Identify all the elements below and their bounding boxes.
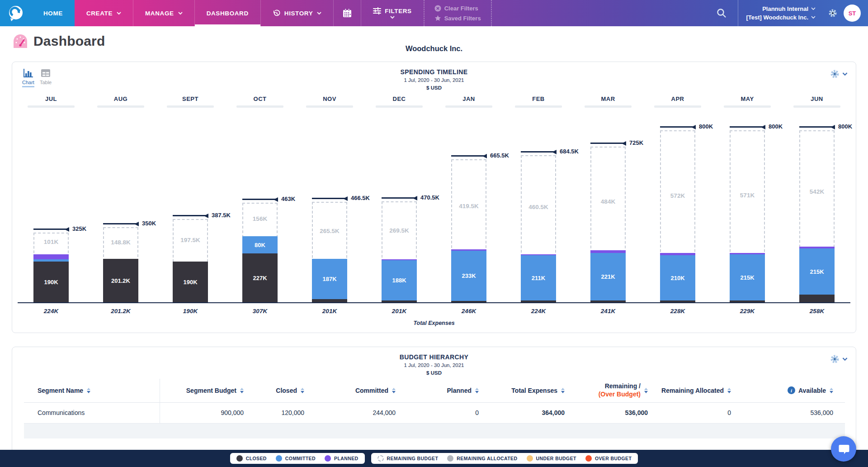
nav-manage[interactable]: MANAGE bbox=[133, 0, 195, 26]
month-label: SEPT bbox=[165, 95, 216, 102]
month-label: AUG bbox=[95, 95, 146, 102]
bar-segment-committed[interactable]: 233K bbox=[451, 251, 486, 301]
page-header: Dashboard Woodchuck Inc. bbox=[0, 26, 868, 62]
sort-icon[interactable] bbox=[830, 388, 833, 393]
sort-icon[interactable] bbox=[727, 388, 731, 393]
nav-home[interactable]: HOME bbox=[32, 0, 75, 26]
sort-icon[interactable] bbox=[87, 388, 90, 393]
column-label: Planned bbox=[447, 387, 472, 394]
info-icon[interactable]: i bbox=[788, 386, 795, 394]
column-header[interactable]: iAvailable bbox=[743, 379, 845, 402]
remaining-value-label: 269.5K bbox=[382, 227, 417, 234]
hierarchy-card-settings[interactable] bbox=[830, 354, 848, 364]
month-total-label: 246K bbox=[443, 308, 494, 315]
column-header[interactable]: Closed bbox=[255, 379, 316, 402]
table-row[interactable]: Communications900,000120,000244,0000364,… bbox=[24, 402, 845, 423]
bar-segment-planned[interactable] bbox=[33, 254, 69, 259]
nav-history-label: HISTORY bbox=[284, 10, 313, 17]
hierarchy-currency: $ USD bbox=[12, 369, 856, 377]
bar-segment-closed[interactable]: 190K bbox=[173, 262, 208, 302]
chat-launcher-button[interactable] bbox=[831, 436, 856, 462]
settings-gear-button[interactable] bbox=[824, 0, 842, 26]
org-secondary-dropdown[interactable]: [Test] Woodchuck Inc. bbox=[746, 14, 816, 21]
budget-marker-arrow bbox=[830, 125, 835, 129]
spending-card-settings[interactable] bbox=[830, 69, 848, 79]
stacked-bar[interactable]: 211K bbox=[521, 254, 556, 302]
month-underline bbox=[724, 105, 771, 108]
calendar-icon bbox=[342, 8, 353, 19]
saved-filters-button[interactable]: Saved Filters bbox=[434, 15, 481, 22]
sort-icon[interactable] bbox=[240, 388, 244, 393]
bar-segment-closed[interactable] bbox=[312, 299, 347, 302]
stacked-bar[interactable]: 201.2K bbox=[103, 259, 138, 302]
column-header[interactable]: Segment Name bbox=[24, 379, 160, 402]
bar-segment-committed[interactable]: 187K bbox=[312, 259, 347, 299]
bar-segment-committed[interactable]: 188K bbox=[382, 260, 417, 300]
remaining-value-label: 101K bbox=[33, 238, 69, 245]
bar-segment-committed[interactable]: 221K bbox=[590, 253, 626, 300]
bar-segment-committed[interactable]: 215K bbox=[730, 254, 765, 300]
clear-filters-label: Clear Filters bbox=[444, 5, 478, 12]
legend-swatch bbox=[447, 455, 453, 462]
month-underline bbox=[306, 105, 353, 108]
bar-segment-closed[interactable] bbox=[799, 295, 835, 302]
stacked-bar[interactable]: 187K bbox=[312, 259, 347, 302]
nav-calendar-button[interactable] bbox=[334, 0, 361, 26]
bar-segment-committed[interactable]: 211K bbox=[521, 255, 556, 300]
bar-segment-committed[interactable]: 210K bbox=[660, 255, 695, 300]
bar-segment-closed[interactable]: 190K bbox=[33, 262, 69, 302]
nav-dashboard[interactable]: DASHBOARD bbox=[195, 0, 261, 26]
column-header[interactable]: Total Expenses bbox=[491, 379, 576, 402]
nav-history[interactable]: HISTORY bbox=[261, 0, 334, 26]
stacked-bar[interactable]: 188K bbox=[382, 259, 417, 302]
month-label: JAN bbox=[443, 95, 494, 102]
month-label: JUN bbox=[792, 95, 842, 102]
column-header[interactable]: Segment Budget bbox=[160, 379, 255, 402]
table-cell: 120,000 bbox=[255, 402, 316, 423]
sort-icon[interactable] bbox=[475, 388, 479, 393]
legend-item: PLANNED bbox=[325, 455, 359, 462]
month-column: JAN bbox=[443, 95, 494, 108]
sort-icon[interactable] bbox=[644, 388, 648, 393]
stacked-bar[interactable]: 190K bbox=[173, 262, 208, 302]
stacked-bar[interactable]: 215K bbox=[730, 253, 765, 302]
table-header-row: Segment NameSegment BudgetClosedCommitte… bbox=[24, 379, 845, 402]
month-underline bbox=[445, 105, 492, 108]
column-header[interactable]: Remaining /(Over Budget) bbox=[576, 379, 660, 402]
table-cell: Communications bbox=[24, 402, 160, 423]
legend-label: PLANNED bbox=[334, 456, 359, 461]
stacked-bar[interactable]: 221K bbox=[590, 250, 626, 302]
sort-icon[interactable] bbox=[561, 388, 565, 393]
stacked-bar[interactable]: 210K bbox=[660, 253, 695, 302]
bar-segment-closed[interactable]: 227K bbox=[242, 253, 278, 302]
plannuh-logo-icon[interactable] bbox=[0, 0, 32, 26]
month-label: NOV bbox=[304, 95, 355, 102]
column-header[interactable]: Committed bbox=[316, 379, 407, 402]
stacked-bar[interactable]: 227K80K bbox=[242, 236, 278, 302]
budget-value-label: 350K bbox=[142, 220, 156, 227]
month-header-row: JUL AUG SEPT OCT NOV DEC JAN FEB MAR A bbox=[12, 95, 856, 108]
chevron-down-icon bbox=[811, 7, 816, 10]
nav-create[interactable]: CREATE bbox=[75, 0, 133, 26]
bar-segment-closed[interactable]: 201.2K bbox=[103, 259, 138, 302]
column-header[interactable]: Remaining Allocated bbox=[660, 379, 743, 402]
bar-segment-committed[interactable]: 215K bbox=[799, 248, 835, 295]
month-column: MAY bbox=[722, 95, 773, 108]
stacked-bar[interactable]: 233K bbox=[451, 249, 486, 302]
user-avatar[interactable]: ST bbox=[844, 5, 861, 22]
nav-filters[interactable]: FILTERS bbox=[361, 0, 423, 26]
clear-filters-button[interactable]: Clear Filters bbox=[434, 5, 481, 12]
stacked-bar[interactable]: 190K bbox=[33, 254, 69, 302]
table-row-partial[interactable] bbox=[24, 423, 845, 438]
table-cell: 244,000 bbox=[316, 402, 407, 423]
org-primary-dropdown[interactable]: Plannuh Internal bbox=[762, 5, 816, 12]
legend-item: REMAINING BUDGET bbox=[377, 455, 439, 462]
sort-icon[interactable] bbox=[301, 388, 304, 393]
column-header[interactable]: Planned bbox=[407, 379, 491, 402]
budget-marker-arrow bbox=[552, 150, 557, 154]
sort-icon[interactable] bbox=[392, 388, 396, 393]
search-button[interactable] bbox=[705, 0, 738, 26]
budget-value-label: 466.5K bbox=[351, 195, 370, 201]
bar-segment-committed[interactable]: 80K bbox=[242, 236, 278, 253]
stacked-bar[interactable]: 215K bbox=[799, 247, 835, 302]
